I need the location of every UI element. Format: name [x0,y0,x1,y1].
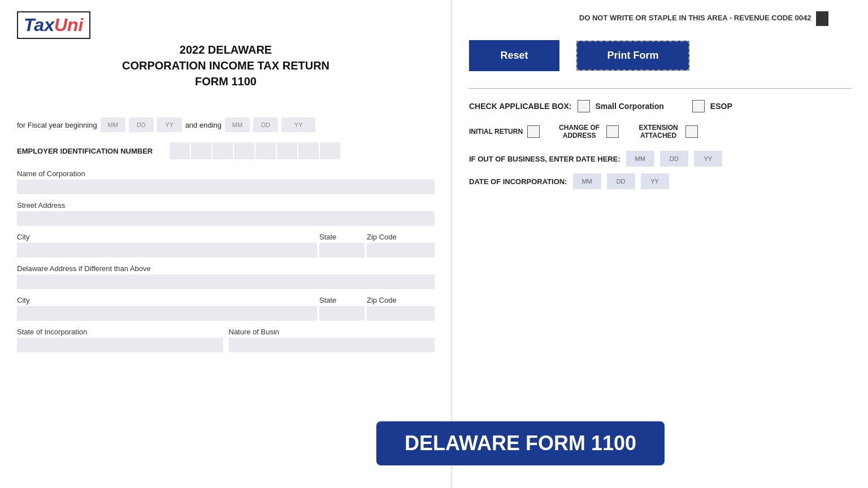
ein-cells [170,142,340,159]
street-address-input[interactable] [17,211,435,226]
city-state-zip-inputs [17,243,435,258]
city-state-zip-section: City State Zip Code [17,233,435,258]
bottom-banner: DELAWARE FORM 1100 [376,421,665,465]
right-divider [469,88,851,89]
nature-of-biz-label: Nature of Busin [229,328,435,336]
corporation-name-section: Name of Corporation [17,169,435,194]
ein-row: EMPLOYER IDENTIFICATION NUMBER [17,142,435,159]
nature-of-biz-section: Nature of Busin [229,328,435,352]
ein-cell-3[interactable] [212,142,233,159]
city-state-zip2-inputs [17,306,435,321]
initial-return-checkbox[interactable] [527,125,540,138]
city-input[interactable] [17,243,317,258]
zip-col-label: Zip Code [367,233,435,241]
delaware-address-input[interactable] [17,274,435,289]
fiscal-mm1[interactable]: MM [101,117,125,132]
fiscal-dd1[interactable]: DD [129,117,154,132]
state-input[interactable] [319,243,364,258]
state-of-incorp-section: State of Incorporation [17,328,223,352]
out-of-biz-label: IF OUT OF BUSINESS, ENTER DATE HERE: [469,155,620,163]
street-address-section: Street Address [17,201,435,226]
ein-cell-4[interactable] [234,142,254,159]
initial-return-label: INITIAL RETURN [469,128,523,136]
extension-attached-label: EXTENSION ATTACHED [636,124,681,140]
incorp-biz-row: State of Incorporation Nature of Busin [17,328,435,359]
out-of-biz-dd[interactable]: DD [660,151,688,167]
incorp-yy[interactable]: YY [641,173,669,189]
ein-cell-6[interactable] [277,142,297,159]
change-address-label: CHANGE OF ADDRESS [557,124,602,140]
fiscal-beginning-label: for Fiscal year beginning [17,121,97,129]
revenue-code-icon [816,11,828,26]
fiscal-ending-label: and ending [185,121,222,129]
ein-cell-8[interactable] [320,142,340,159]
date-of-incorp-label: DATE OF INCORPORATION: [469,177,567,186]
return-type-row: INITIAL RETURN CHANGE OF ADDRESS EXTENSI… [469,124,851,140]
out-of-biz-yy[interactable]: YY [694,151,722,167]
zip2-col-label: Zip Code [367,296,435,304]
date-of-incorp-row: DATE OF INCORPORATION: MM DD YY [469,173,851,189]
city2-input[interactable] [17,306,317,321]
fiscal-yy2[interactable]: YY [281,117,315,132]
reset-button[interactable]: Reset [469,40,559,71]
esop-label: ESOP [710,102,732,111]
form-title: 2022 DELAWARE CORPORATION INCOME TAX RET… [17,42,435,89]
zip-input[interactable] [367,243,435,258]
fiscal-mm2[interactable]: MM [225,117,250,132]
extension-attached-checkbox[interactable] [685,125,698,138]
esop-checkbox[interactable] [692,100,705,112]
city-col-label: City [17,233,317,241]
city2-col-label: City [17,296,317,304]
change-address-item: CHANGE OF ADDRESS [557,124,619,140]
incorp-dd[interactable]: DD [607,173,635,189]
fiscal-yy1[interactable]: YY [157,117,182,132]
button-row: Reset Print Form [469,34,851,71]
small-corp-checkbox[interactable] [578,100,590,112]
ein-cell-1[interactable] [170,142,190,159]
fiscal-dd2[interactable]: DD [253,117,278,132]
state-col-label: State [319,233,364,241]
corporation-name-label: Name of Corporation [17,169,435,178]
extension-attached-item: EXTENSION ATTACHED [636,124,698,140]
delaware-address-section: Delaware Address if Different than Above [17,264,435,289]
ein-cell-2[interactable] [191,142,211,159]
fiscal-year-row: for Fiscal year beginning MM DD YY and e… [17,117,435,132]
out-of-biz-mm[interactable]: MM [626,151,654,167]
out-of-biz-row: IF OUT OF BUSINESS, ENTER DATE HERE: MM … [469,151,851,167]
delaware-address-label: Delaware Address if Different than Above [17,264,435,273]
state-of-incorp-input[interactable] [17,338,223,352]
incorp-mm[interactable]: MM [573,173,601,189]
corporation-name-input[interactable] [17,180,435,194]
ein-label: EMPLOYER IDENTIFICATION NUMBER [17,147,164,155]
nature-of-biz-input[interactable] [229,338,435,352]
logo-uni: Uni [54,15,84,35]
check-applicable-section: CHECK APPLICABLE BOX: Small Corporation … [469,100,851,112]
change-address-checkbox[interactable] [606,125,619,138]
state-of-incorp-label: State of Incorporation [17,328,223,336]
right-panel: DO NOT WRITE OR STAPLE IN THIS AREA - RE… [452,0,868,488]
ein-cell-5[interactable] [255,142,276,159]
ein-cell-7[interactable] [298,142,319,159]
state2-col-label: State [319,296,364,304]
print-form-button[interactable]: Print Form [576,41,689,71]
logo-box: TaxUni [17,11,90,39]
revenue-notice: DO NOT WRITE OR STAPLE IN THIS AREA - RE… [469,11,851,26]
small-corp-label: Small Corporation [596,102,664,111]
city-state-zip2-section: City State Zip Code [17,296,435,321]
state2-input[interactable] [319,306,364,321]
street-address-label: Street Address [17,201,435,210]
left-panel: TaxUni 2022 DELAWARE CORPORATION INCOME … [0,0,452,488]
zip2-input[interactable] [367,306,435,321]
check-applicable-label: CHECK APPLICABLE BOX: [469,102,572,111]
check-applicable-row: CHECK APPLICABLE BOX: Small Corporation … [469,100,851,112]
logo-tax: Tax [24,15,54,35]
initial-return-item: INITIAL RETURN [469,125,540,138]
